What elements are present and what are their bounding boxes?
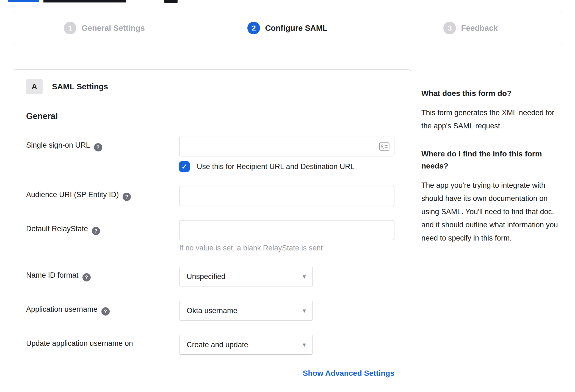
- name-id-format-select[interactable]: Unspecified ▾: [179, 267, 313, 286]
- input-wrapper: [179, 186, 394, 206]
- field-label-text: Single sign-on URL: [26, 141, 90, 149]
- field-row-application-username: Application username? Okta username ▾: [26, 301, 394, 321]
- section-a-badge: A: [26, 79, 43, 94]
- step-label: Configure SAML: [265, 24, 327, 33]
- recipient-url-checkbox-label: Use this for Recipient URL and Destinati…: [197, 162, 355, 171]
- page-header-fragment-blue: [8, 0, 39, 2]
- step-general-settings[interactable]: 1 General Settings: [13, 12, 196, 44]
- step-number-badge: 1: [64, 22, 76, 34]
- help-icon[interactable]: ?: [94, 143, 102, 151]
- wizard-stepper: 1 General Settings 2 Configure SAML 3 Fe…: [13, 12, 562, 44]
- field-label-text: Audience URI (SP Entity ID): [26, 191, 119, 199]
- saml-settings-header: A SAML Settings: [26, 79, 394, 94]
- field-label-text: Update application username on: [26, 339, 133, 347]
- recipient-url-checkbox-row: ✓ Use this for Recipient URL and Destina…: [179, 161, 394, 172]
- field-row-update-application-username: Update application username on Create an…: [26, 335, 394, 355]
- field-label: Application username?: [26, 301, 179, 321]
- step-number-badge: 2: [247, 22, 260, 34]
- configure-saml-page: 1 General Settings 2 Configure SAML 3 Fe…: [0, 0, 575, 392]
- help-icon[interactable]: ?: [82, 273, 91, 281]
- field-label: Single sign-on URL?: [26, 137, 179, 172]
- section-title: SAML Settings: [52, 82, 108, 91]
- help-icon[interactable]: ?: [101, 307, 110, 316]
- check-icon: ✓: [181, 162, 187, 171]
- help-icon[interactable]: ?: [123, 193, 131, 201]
- audience-uri-input[interactable]: [179, 186, 394, 206]
- select-value: Okta username: [187, 307, 303, 315]
- help-body-where: The app you're trying to integrate with …: [421, 179, 564, 245]
- saml-settings-panel: A SAML Settings General Single sign-on U…: [13, 69, 411, 392]
- field-control: [179, 186, 394, 206]
- field-label: Default RelayState?: [26, 220, 179, 252]
- general-group-title: General: [26, 111, 394, 121]
- step-label: General Settings: [81, 24, 145, 33]
- field-label-text: Application username: [26, 305, 98, 313]
- field-label: Name ID format?: [26, 267, 179, 286]
- field-row-default-relaystate: Default RelayState? If no value is set, …: [26, 220, 394, 252]
- step-label: Feedback: [461, 24, 498, 33]
- field-control: If no value is set, a blank RelayState i…: [179, 220, 394, 252]
- field-row-audience-uri: Audience URI (SP Entity ID)?: [26, 186, 394, 206]
- field-label: Update application username on: [26, 335, 179, 355]
- input-wrapper: [179, 220, 394, 240]
- page-header-fragment-icon: [164, 0, 178, 3]
- help-body-what: This form generates the XML needed for t…: [421, 106, 564, 132]
- relaystate-hint: If no value is set, a blank RelayState i…: [179, 244, 394, 252]
- field-label-text: Default RelayState: [26, 225, 88, 233]
- field-row-name-id-format: Name ID format? Unspecified ▾: [26, 267, 394, 286]
- step-feedback[interactable]: 3 Feedback: [379, 12, 562, 44]
- recipient-url-checkbox[interactable]: ✓: [179, 161, 190, 172]
- single-sign-on-url-input[interactable]: [179, 137, 394, 156]
- field-control: Okta username ▾: [179, 301, 313, 321]
- field-control: ✓ Use this for Recipient URL and Destina…: [179, 137, 394, 172]
- chevron-down-icon: ▾: [303, 341, 306, 349]
- field-control: Create and update ▾: [179, 335, 313, 355]
- help-heading-what: What does this form do?: [421, 87, 564, 100]
- page-header-fragment-title: [43, 0, 126, 2]
- chevron-down-icon: ▾: [303, 273, 306, 280]
- input-wrapper: [179, 137, 394, 156]
- field-label: Audience URI (SP Entity ID)?: [26, 186, 179, 206]
- field-label-text: Name ID format: [26, 271, 79, 279]
- chevron-down-icon: ▾: [303, 307, 306, 314]
- field-control: Unspecified ▾: [179, 267, 313, 286]
- select-value: Create and update: [187, 341, 303, 349]
- step-configure-saml[interactable]: 2 Configure SAML: [196, 12, 379, 44]
- default-relaystate-input[interactable]: [179, 220, 394, 240]
- field-row-single-sign-on-url: Single sign-on URL? ✓: [26, 137, 394, 172]
- select-value: Unspecified: [187, 272, 303, 281]
- help-icon[interactable]: ?: [92, 227, 100, 235]
- update-application-username-select[interactable]: Create and update ▾: [179, 335, 313, 355]
- help-heading-where: Where do I find the info this form needs…: [421, 148, 564, 172]
- application-username-select[interactable]: Okta username ▾: [179, 301, 313, 321]
- step-number-badge: 3: [443, 22, 456, 34]
- help-sidebar: What does this form do? This form genera…: [421, 87, 564, 260]
- show-advanced-settings-link[interactable]: Show Advanced Settings: [303, 369, 394, 377]
- advanced-settings-row: Show Advanced Settings: [26, 369, 394, 378]
